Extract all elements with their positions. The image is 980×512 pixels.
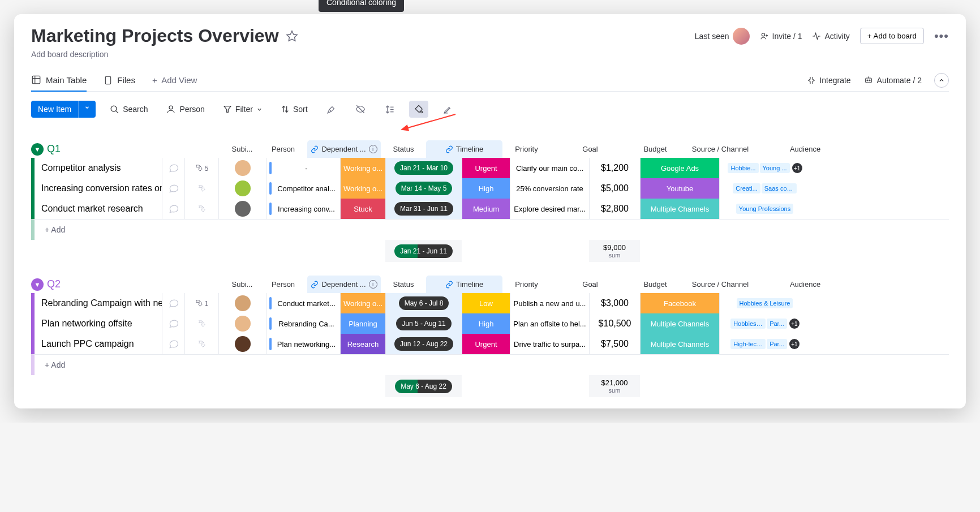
timeline-cell[interactable]: Mar 14 - May 5: [385, 178, 462, 199]
priority-cell[interactable]: High: [462, 313, 510, 334]
audience-cell[interactable]: Hobbie...Young ...+1: [719, 158, 810, 178]
budget-cell[interactable]: $1,200: [589, 158, 640, 178]
priority-cell[interactable]: Urgent: [462, 158, 510, 178]
status-cell[interactable]: Stuck: [340, 199, 385, 219]
priority-cell[interactable]: Medium: [462, 199, 510, 219]
subitems-cell[interactable]: ⮷ 5: [184, 158, 218, 178]
audience-cell[interactable]: Hobbies & Leisure: [719, 293, 810, 313]
col-person[interactable]: Person: [259, 276, 307, 293]
dependent-cell[interactable]: Conduct market...: [267, 293, 340, 313]
dependent-cell[interactable]: Rebranding Ca...: [267, 313, 340, 334]
search-button[interactable]: Search: [106, 102, 152, 117]
audience-tag[interactable]: Young Professions: [736, 204, 793, 214]
subitems-cell[interactable]: ⮷: [184, 334, 218, 354]
status-cell[interactable]: Working o...: [340, 158, 385, 178]
add-view-button[interactable]: + Add View: [152, 70, 197, 91]
tab-files[interactable]: Files: [104, 70, 135, 91]
conversation-icon[interactable]: [162, 313, 184, 334]
last-seen[interactable]: Last seen: [695, 28, 750, 45]
dependent-cell[interactable]: Increasing conv...: [267, 199, 340, 219]
timeline-cell[interactable]: Jan 21 - Mar 10: [385, 158, 462, 178]
automate-button[interactable]: Automate / 2: [863, 76, 922, 85]
filter-button[interactable]: Filter: [219, 102, 267, 117]
budget-cell[interactable]: $5,000: [589, 178, 640, 199]
audience-tag[interactable]: Par...: [767, 319, 787, 329]
edit-icon[interactable]: [439, 101, 457, 118]
status-cell[interactable]: Working o...: [340, 293, 385, 313]
item-name[interactable]: Increasing conversion rates on lan...: [35, 178, 162, 199]
person-cell[interactable]: [218, 334, 267, 354]
pin-icon[interactable]: [322, 101, 341, 118]
audience-tag[interactable]: Saas compa...: [762, 183, 797, 193]
col-subitems[interactable]: Subi...: [225, 276, 259, 293]
col-audience[interactable]: Audience: [760, 140, 850, 158]
group-name[interactable]: Q1: [47, 143, 61, 155]
budget-cell[interactable]: $3,000: [589, 293, 640, 313]
goal-cell[interactable]: 25% conversion rate: [510, 178, 589, 199]
source-cell[interactable]: Multiple Channels: [640, 334, 719, 354]
add-to-board-button[interactable]: + Add to board: [860, 28, 924, 44]
col-audience[interactable]: Audience: [760, 276, 850, 293]
person-cell[interactable]: [218, 313, 267, 334]
conversation-icon[interactable]: [162, 293, 184, 313]
priority-cell[interactable]: Low: [462, 293, 510, 313]
source-cell[interactable]: Multiple Channels: [640, 199, 719, 219]
goal-cell[interactable]: Drive traffic to surpa...: [510, 334, 589, 354]
timeline-cell[interactable]: Jun 12 - Aug 22: [385, 334, 462, 354]
sort-button[interactable]: Sort: [277, 102, 312, 117]
dependent-cell[interactable]: -: [267, 158, 340, 178]
item-name[interactable]: Conduct market research: [35, 199, 162, 219]
item-name[interactable]: Plan networking offsite: [35, 313, 162, 334]
budget-cell[interactable]: $2,800: [589, 199, 640, 219]
item-name[interactable]: Competitor analysis: [35, 158, 162, 178]
conversation-icon[interactable]: [162, 178, 184, 199]
conditional-coloring-icon[interactable]: [409, 101, 428, 118]
audience-cell[interactable]: High-tech In...Par...+1: [719, 334, 810, 354]
activity-button[interactable]: Activity: [812, 32, 849, 41]
col-status[interactable]: Status: [381, 276, 426, 293]
audience-more[interactable]: +1: [789, 339, 800, 349]
timeline-cell[interactable]: Mar 31 - Jun 11: [385, 199, 462, 219]
item-name[interactable]: Rebranding Campaign with new lo...: [35, 293, 162, 313]
source-cell[interactable]: Facebook: [640, 293, 719, 313]
collapse-header-button[interactable]: [934, 73, 949, 88]
audience-tag[interactable]: Hobbies & ...: [730, 319, 766, 329]
col-goal[interactable]: Goal: [551, 140, 630, 158]
person-cell[interactable]: [218, 158, 267, 178]
tab-main-table[interactable]: Main Table: [31, 69, 87, 92]
budget-cell[interactable]: $7,500: [589, 334, 640, 354]
audience-tag[interactable]: Creati...: [733, 183, 760, 193]
col-dependent[interactable]: Dependent ...i: [307, 140, 381, 158]
col-timeline[interactable]: Timeline: [426, 140, 502, 158]
budget-cell[interactable]: $10,500: [589, 313, 640, 334]
col-source[interactable]: Source / Channel: [681, 276, 760, 293]
col-dependent[interactable]: Dependent ...i: [307, 276, 381, 293]
group-name[interactable]: Q2: [47, 278, 61, 290]
subitems-cell[interactable]: ⮷: [184, 199, 218, 219]
status-cell[interactable]: Research: [340, 334, 385, 354]
subitems-cell[interactable]: ⮷: [184, 178, 218, 199]
col-person[interactable]: Person: [259, 140, 307, 158]
hide-icon[interactable]: [351, 101, 370, 118]
source-cell[interactable]: Multiple Channels: [640, 313, 719, 334]
item-name[interactable]: Launch PPC campaign: [35, 334, 162, 354]
col-subitems[interactable]: Subi...: [225, 140, 259, 158]
col-timeline[interactable]: Timeline: [426, 276, 502, 293]
add-item-row[interactable]: + Add: [31, 354, 949, 375]
audience-tag[interactable]: Hobbie...: [728, 163, 758, 173]
priority-cell[interactable]: Urgent: [462, 334, 510, 354]
status-cell[interactable]: Planning: [340, 313, 385, 334]
timeline-cell[interactable]: Jun 5 - Aug 11: [385, 313, 462, 334]
audience-tag[interactable]: Hobbies & Leisure: [737, 298, 793, 308]
chevron-down-icon[interactable]: [78, 101, 96, 118]
status-cell[interactable]: Working o...: [340, 178, 385, 199]
integrate-button[interactable]: Integrate: [807, 76, 850, 85]
audience-more[interactable]: +1: [789, 319, 800, 329]
audience-tag[interactable]: Par...: [767, 339, 787, 349]
col-priority[interactable]: Priority: [502, 140, 551, 158]
star-icon[interactable]: [286, 30, 298, 42]
audience-cell[interactable]: Creati...Saas compa...: [719, 178, 810, 199]
goal-cell[interactable]: Publish a new and u...: [510, 293, 589, 313]
source-cell[interactable]: Youtube: [640, 178, 719, 199]
more-menu-icon[interactable]: •••: [934, 29, 949, 44]
